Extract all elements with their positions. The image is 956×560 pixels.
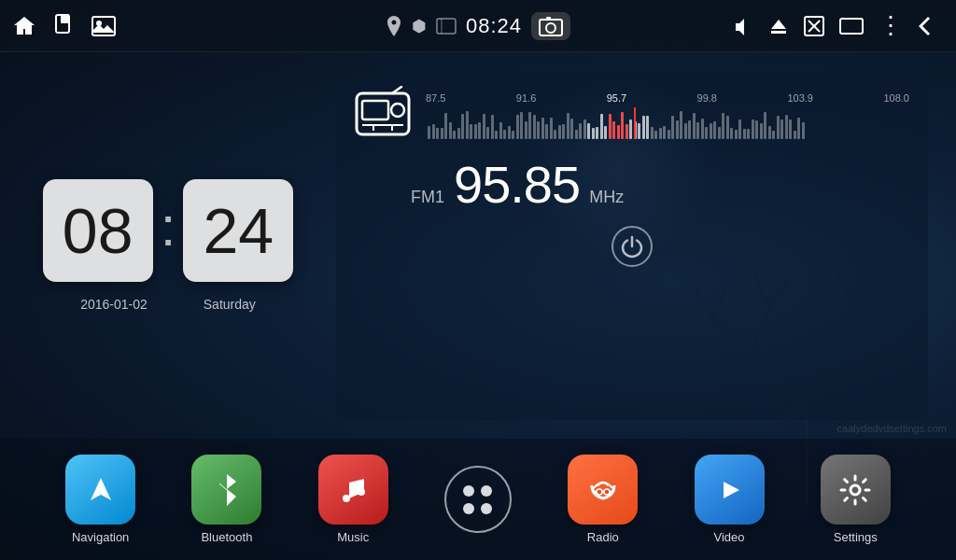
music-icon bbox=[318, 455, 388, 525]
status-left-icons bbox=[11, 13, 733, 39]
svg-point-42 bbox=[343, 495, 350, 502]
freq-bar-visual bbox=[426, 107, 909, 141]
dot-4 bbox=[481, 503, 492, 514]
file-icon[interactable] bbox=[54, 14, 75, 38]
eject-icon[interactable] bbox=[768, 16, 789, 36]
dot-2 bbox=[481, 485, 492, 497]
radio-frequency: 95.85 bbox=[454, 154, 580, 215]
radio-power bbox=[355, 222, 909, 267]
app-bluetooth[interactable]: Bluetooth bbox=[191, 455, 261, 544]
freq-scale-3: 95.7 bbox=[607, 92, 626, 104]
app-navigation[interactable]: Navigation bbox=[65, 455, 135, 544]
more-icon[interactable]: ⋮ bbox=[879, 11, 902, 40]
svg-rect-25 bbox=[437, 19, 456, 34]
clock-separator: : bbox=[161, 194, 176, 259]
navigation-label: Navigation bbox=[72, 530, 129, 544]
home-icon[interactable] bbox=[11, 13, 37, 39]
dots-grid bbox=[463, 485, 492, 514]
svg-point-45 bbox=[597, 489, 602, 495]
svg-point-28 bbox=[546, 23, 555, 33]
radio-label: Radio bbox=[587, 530, 619, 544]
freq-needle bbox=[634, 107, 636, 139]
clock-hours: 08 bbox=[63, 199, 134, 262]
watermark: caalydedvdsettings.com bbox=[837, 423, 947, 434]
svg-point-46 bbox=[604, 489, 610, 495]
radio-unit: MHz bbox=[589, 188, 624, 207]
status-bar: ⬢ 08:24 bbox=[0, 0, 956, 52]
radio-freq-bar: 87.5 91.6 95.7 99.8 103.9 108.0 bbox=[426, 92, 909, 141]
svg-rect-29 bbox=[546, 17, 551, 21]
svg-rect-30 bbox=[771, 31, 786, 34]
app-music[interactable]: Music bbox=[318, 455, 388, 544]
radio-band: FM1 bbox=[411, 188, 444, 207]
navigation-icon bbox=[65, 455, 135, 525]
app-more[interactable] bbox=[444, 466, 512, 533]
main-content: 08 : 24 2016-01-02 Saturday bbox=[0, 52, 956, 439]
svg-point-43 bbox=[358, 488, 365, 496]
dot-3 bbox=[463, 503, 474, 514]
clock-info: 2016-01-02 Saturday bbox=[80, 297, 256, 312]
app-radio[interactable]: Radio bbox=[568, 455, 638, 544]
app-video[interactable]: Video bbox=[695, 455, 765, 544]
svg-rect-34 bbox=[840, 19, 863, 34]
app-settings[interactable]: Settings bbox=[821, 455, 891, 544]
bluetooth-icon bbox=[191, 455, 261, 525]
clock-date: 2016-01-02 bbox=[80, 297, 148, 312]
clock-minutes: 24 bbox=[204, 199, 274, 262]
freq-scale-1: 87.5 bbox=[426, 92, 445, 104]
power-button[interactable] bbox=[612, 226, 653, 267]
svg-rect-35 bbox=[357, 93, 409, 134]
status-right-icons: ⋮ bbox=[733, 11, 945, 40]
settings-icon bbox=[821, 455, 891, 525]
status-center: ⬢ 08:24 bbox=[386, 12, 570, 40]
status-time: 08:24 bbox=[466, 14, 522, 38]
radio-app-icon bbox=[568, 455, 638, 525]
clock-hours-card: 08 bbox=[43, 179, 153, 282]
bluetooth-label: Bluetooth bbox=[201, 530, 252, 544]
bluetooth-status-icon: ⬢ bbox=[412, 16, 427, 36]
freq-scale: 87.5 91.6 95.7 99.8 103.9 108.0 bbox=[426, 92, 909, 104]
svg-point-37 bbox=[391, 104, 404, 117]
signal-icon bbox=[436, 18, 457, 35]
freq-scale-6: 108.0 bbox=[883, 92, 909, 104]
freq-scale-4: 99.8 bbox=[697, 92, 717, 104]
location-icon bbox=[386, 16, 402, 36]
volume-icon[interactable] bbox=[733, 17, 753, 35]
freq-scale-2: 91.6 bbox=[516, 92, 536, 104]
dot-1 bbox=[463, 485, 474, 497]
video-label: Video bbox=[714, 530, 745, 544]
radio-widget: 87.5 91.6 95.7 99.8 103.9 108.0 FM1 95.8… bbox=[336, 71, 928, 420]
clock-widget: 08 : 24 2016-01-02 Saturday bbox=[28, 71, 308, 420]
gallery-icon[interactable] bbox=[91, 16, 116, 36]
camera-button[interactable] bbox=[531, 12, 570, 40]
svg-rect-22 bbox=[61, 14, 69, 23]
window-icon[interactable] bbox=[839, 18, 864, 35]
more-apps-icon bbox=[444, 466, 512, 533]
svg-point-48 bbox=[851, 485, 860, 495]
clock-digits: 08 : 24 bbox=[43, 179, 294, 282]
music-label: Music bbox=[337, 530, 369, 544]
clock-minutes-card: 24 bbox=[183, 179, 293, 282]
freq-scale-5: 103.9 bbox=[787, 92, 813, 104]
svg-marker-47 bbox=[724, 482, 739, 498]
video-icon bbox=[695, 455, 765, 525]
radio-top: 87.5 91.6 95.7 99.8 103.9 108.0 bbox=[355, 86, 909, 147]
settings-label: Settings bbox=[834, 530, 878, 544]
close-icon[interactable] bbox=[804, 16, 824, 36]
radio-icon bbox=[355, 86, 411, 147]
clock-day: Saturday bbox=[204, 297, 256, 312]
back-icon[interactable] bbox=[917, 14, 945, 38]
app-dock: Navigation Bluetooth Music bbox=[0, 439, 956, 560]
radio-main: FM1 95.85 MHz bbox=[355, 154, 909, 215]
svg-rect-36 bbox=[362, 101, 388, 119]
